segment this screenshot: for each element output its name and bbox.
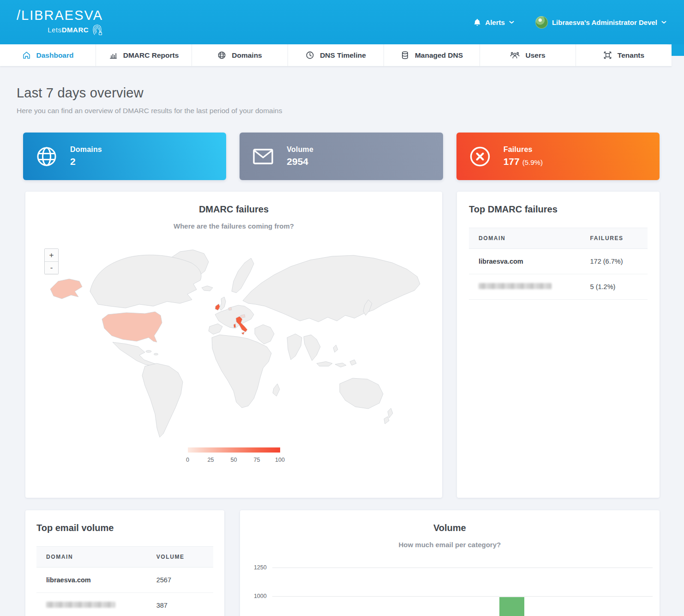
alerts-menu[interactable]: Alerts [474,18,514,26]
stat-label: Volume [287,145,313,154]
bar-chart-icon [109,51,118,60]
database-icon [401,51,409,60]
tab-domains[interactable]: Domains [192,44,288,66]
globe-icon [217,51,226,60]
legend-tick: 0 [186,457,189,463]
top-volume-table: DOMAIN VOLUME libraesva.com 2567 387 [36,546,213,616]
page-subtitle: Here you can find an overview of DMARC r… [17,107,660,115]
domain-cell: libraesva.com [479,258,590,265]
tenants-frame-icon [603,51,612,60]
nav-bar-wrap: Dashboard DMARC Reports Domains [0,44,684,66]
legend-tick: 50 [231,457,237,463]
main-nav: Dashboard DMARC Reports Domains [0,44,672,66]
alerts-label: Alerts [485,18,505,26]
table-row: 387 [36,593,213,616]
legend-tick: 75 [254,457,260,463]
domain-cell-redacted [479,283,590,290]
legend-tick: 100 [275,457,285,463]
col-header-volume: VOLUME [156,554,213,560]
envelope-icon [252,149,274,164]
map-card-title: DMARC failures [25,204,442,215]
gridline-1250 [272,568,653,568]
top-volume-title: Top email volume [36,523,213,533]
stat-value: 177(5.9%) [504,156,543,167]
stat-label: Failures [504,145,543,154]
stat-value: 2954 [287,156,313,167]
table-header-row: DOMAIN FAILURES [469,228,648,249]
clock-icon [306,51,314,60]
redacted-domain-blur [479,283,552,289]
chevron-down-icon [509,21,514,24]
tab-dashboard[interactable]: Dashboard [0,44,96,66]
gridline-1000 [272,596,653,597]
stat-card-failures: Failures 177(5.9%) [456,133,660,180]
top-dmarc-failures-card: Top DMARC failures DOMAIN FAILURES libra… [457,192,660,498]
home-icon [22,51,31,60]
page-title: Last 7 days overview [17,85,660,101]
stat-card-volume: Volume 2954 [240,133,443,180]
redacted-domain-blur [46,602,115,608]
chevron-down-icon [661,21,666,24]
volume-bar-chart: 1250 1000 [240,510,660,616]
dmarc-failures-map-card: DMARC failures Where are the failures co… [25,192,442,498]
stat-value: 2 [70,156,102,167]
y-axis-tick: 1000 [246,593,267,599]
dashboard-page: Last 7 days overview Here you can find a… [0,66,684,616]
logo-subtext: LetsDMARC [48,26,89,34]
top-failures-title: Top DMARC failures [469,204,648,215]
table-header-row: DOMAIN VOLUME [36,547,213,568]
tab-dns-timeline[interactable]: DNS Timeline [288,44,384,66]
tab-tenants[interactable]: Tenants [576,44,672,66]
fingerprint-icon [91,24,103,36]
x-circle-icon [469,146,491,167]
col-header-domain: DOMAIN [46,554,156,560]
col-header-domain: DOMAIN [479,235,590,242]
bottom-row: Top email volume DOMAIN VOLUME libraesva… [25,510,660,616]
green-volume-bar[interactable] [499,597,524,616]
top-email-volume-card: Top email volume DOMAIN VOLUME libraesva… [25,510,224,616]
stat-percent: (5.9%) [522,158,543,166]
stat-label: Domains [70,145,102,154]
domain-cell: libraesva.com [46,576,156,584]
legend-ticks: 0 25 50 75 100 [188,457,280,465]
table-row: 5 (1.2%) [469,274,648,300]
app-header: /LIBRAESVA LetsDMARC [0,0,684,44]
tab-label: DMARC Reports [123,51,179,60]
table-row: libraesva.com 172 (6.7%) [469,249,648,274]
tab-label: Tenants [618,51,644,60]
domain-cell-redacted [46,602,156,609]
y-axis-tick: 1250 [246,564,267,571]
world-choropleth-map[interactable] [34,245,433,444]
legend-tick: 25 [208,457,214,463]
volume-cell: 387 [156,602,213,609]
tab-users[interactable]: Users [480,44,576,66]
globe-icon [36,146,58,167]
tab-label: Dashboard [36,51,74,60]
legend-gradient-bar [188,447,280,453]
bell-icon [474,18,481,26]
volume-chart-card: Volume How much email per category? 1250… [240,510,660,616]
failures-cell: 5 (1.2%) [590,283,648,290]
choropleth-legend: 0 25 50 75 100 [188,447,280,465]
avatar [535,16,548,29]
main-row: DMARC failures Where are the failures co… [25,192,660,498]
header-corner-notch [672,44,684,56]
tab-label: DNS Timeline [320,51,366,60]
tab-label: Users [525,51,545,60]
top-failures-table: DOMAIN FAILURES libraesva.com 172 (6.7%)… [469,228,648,300]
col-header-failures: FAILURES [590,235,648,242]
stat-cards-row: Domains 2 Volume 2954 [23,133,660,180]
user-menu[interactable]: Libraesva's Administrator Devel [535,16,666,29]
failures-cell: 172 (6.7%) [590,258,648,265]
volume-cell: 2567 [156,576,213,584]
tab-managed-dns[interactable]: Managed DNS [384,44,480,66]
map-card-subtitle: Where are the failures coming from? [25,222,442,230]
user-name: Libraesva's Administrator Devel [552,18,657,26]
table-row: libraesva.com 2567 [36,568,213,593]
stat-card-domains: Domains 2 [23,133,226,180]
libraesva-logo: /LIBRAESVA LetsDMARC [17,8,103,36]
logo-text: /LIBRAESVA [17,8,103,22]
tab-dmarc-reports[interactable]: DMARC Reports [96,44,192,66]
tab-label: Domains [232,51,262,60]
users-icon [510,51,520,60]
